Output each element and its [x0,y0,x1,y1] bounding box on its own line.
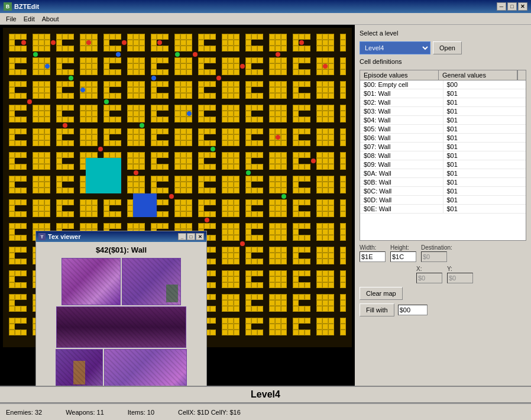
tex-row-1 [61,258,181,305]
fill-with-button[interactable]: Fill with [360,303,394,316]
main-content: T Tex viewer _ □ ✕ $42($01): Wall [0,25,531,386]
title-bar: B BZTEdit ─ □ ✕ [0,0,531,13]
status-bar: Enemies: 32 Weapons: 11 Items: 10 CellX:… [0,403,531,420]
height-label: Height: [390,244,416,251]
cell-gen-value: $01 [443,143,526,151]
cell-defs-row[interactable]: $01: Wall$01 [360,89,526,98]
cell-gen-value: $01 [443,107,526,115]
dest-field: Destination: [421,244,452,262]
cell-ep-value: $0C: Wall [360,187,443,195]
cell-ep-value: $06: Wall [360,134,443,142]
status-enemies: Enemies: 32 [6,409,42,416]
height-field: Height: [390,244,416,262]
cell-defs-row[interactable]: $05: Wall$01 [360,125,526,134]
map-area[interactable]: T Tex viewer _ □ ✕ $42($01): Wall [0,25,355,386]
tex-tile-3[interactable] [56,306,186,348]
cell-gen-value: $01 [443,205,526,213]
cell-gen-value: $01 [443,125,526,133]
cell-defs-row[interactable]: $0B: Wall$01 [360,178,526,187]
cell-ep-value: $0D: Wall [360,196,443,204]
col-episode: Episode values [360,70,439,80]
menu-bar: File Edit About [0,13,531,25]
clear-map-button[interactable]: Clear map [360,287,403,300]
cell-defs-box: Episode values General values $00: Empty… [360,70,526,241]
cell-defs-row[interactable]: $00: Empty cell$00 [360,80,526,89]
x-input[interactable] [416,273,442,283]
cell-defs-row[interactable]: $0D: Wall$01 [360,196,526,205]
cell-ep-value: $0B: Wall [360,178,443,186]
cell-gen-value: $01 [443,160,526,169]
cell-gen-value: $01 [443,151,526,160]
menu-edit[interactable]: Edit [20,15,38,23]
title-bar-buttons: ─ □ ✕ [497,2,527,11]
tex-close-btn[interactable]: ✕ [196,233,204,240]
x-field: X: [416,266,442,283]
cell-ep-value: $07: Wall [360,143,443,151]
cell-ep-value: $00: Empty cell [360,80,443,89]
tex-row-2 [56,306,186,348]
height-input[interactable] [390,251,416,262]
fill-value-input[interactable] [398,305,428,315]
y-input[interactable] [447,273,473,283]
cell-ep-value: $03: Wall [360,107,443,115]
tex-body: $42($01): Wall [36,242,206,386]
right-panel: Select a level Level4 Open Cell definiti… [355,25,531,386]
cell-gen-value: $01 [443,116,526,124]
fill-row: Fill with [360,303,526,316]
cell-defs-row[interactable]: $03: Wall$01 [360,107,526,116]
cell-defs-header: Episode values General values [360,70,526,80]
tex-minimize-btn[interactable]: _ [178,233,186,240]
maximize-button[interactable]: □ [507,2,517,11]
width-label: Width: [360,244,386,251]
cell-defs-row[interactable]: $08: Wall$01 [360,151,526,160]
tex-viewer-window: T Tex viewer _ □ ✕ $42($01): Wall [35,231,207,386]
tex-tile-1[interactable] [61,258,121,305]
wh-row: Width: Height: Destination: [360,244,526,262]
dest-input[interactable] [421,251,447,262]
level-label: Level4 [251,389,280,400]
cell-defs-row[interactable]: $09: Wall$01 [360,160,526,169]
cell-defs-rows[interactable]: $00: Empty cell$00$01: Wall$01$02: Wall$… [360,80,526,240]
cell-ep-value: $08: Wall [360,151,443,160]
tex-row-3 [56,349,187,386]
cell-ep-value: $0E: Wall [360,205,443,213]
scrollbar-placeholder [517,70,526,80]
x-label: X: [416,266,442,272]
tex-cell-label: $42($01): Wall [40,245,203,254]
col-general: General values [439,70,517,80]
cell-gen-value: $00 [443,80,526,89]
menu-file[interactable]: File [2,15,20,23]
cell-gen-value: $01 [443,98,526,106]
cell-ep-value: $02: Wall [360,98,443,106]
cell-defs-row[interactable]: $06: Wall$01 [360,134,526,143]
tex-maximize-btn[interactable]: □ [187,233,195,240]
level-select-dropdown[interactable]: Level4 [360,41,430,54]
width-field: Width: [360,244,386,262]
cell-defs-row[interactable]: $07: Wall$01 [360,143,526,151]
open-button[interactable]: Open [433,41,462,54]
tex-title-label: Tex viewer [48,233,177,240]
cell-defs-row[interactable]: $0C: Wall$01 [360,187,526,196]
tex-tile-2[interactable] [122,258,181,305]
app-title: BZTEdit [14,3,497,10]
dest-label: Destination: [421,244,452,251]
tex-title-bar: T Tex viewer _ □ ✕ [36,231,206,242]
cell-defs-row[interactable]: $0E: Wall$01 [360,205,526,214]
status-items: Items: 10 [128,409,154,416]
cell-defs-row[interactable]: $0A: Wall$01 [360,169,526,178]
menu-about[interactable]: About [38,15,63,23]
cell-defs-label: Cell definitions [360,58,526,65]
tex-images [40,258,203,386]
app-icon: B [4,2,12,11]
cell-gen-value: $01 [443,169,526,177]
width-input[interactable] [360,251,386,262]
cell-gen-value: $01 [443,196,526,204]
cell-defs-row[interactable]: $02: Wall$01 [360,98,526,107]
minimize-button[interactable]: ─ [497,2,506,11]
cell-ep-value: $0A: Wall [360,169,443,177]
tex-tile-5[interactable] [104,349,187,386]
cell-ep-value: $05: Wall [360,125,443,133]
tex-tile-4[interactable] [56,349,103,386]
cell-defs-row[interactable]: $04: Wall$01 [360,116,526,125]
close-button[interactable]: ✕ [518,2,527,11]
